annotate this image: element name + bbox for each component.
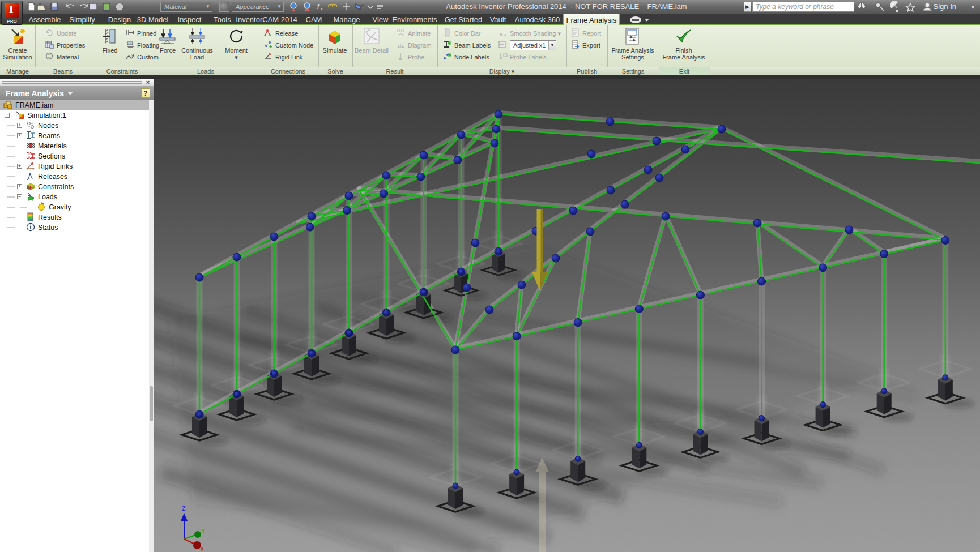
svg-text:x: x [321,6,323,11]
svg-text:Z: Z [182,505,186,512]
svg-text:f: f [317,3,320,11]
svg-text:X: X [200,546,204,552]
svg-text:?: ? [131,53,134,58]
svg-text:Y: Y [201,528,206,534]
